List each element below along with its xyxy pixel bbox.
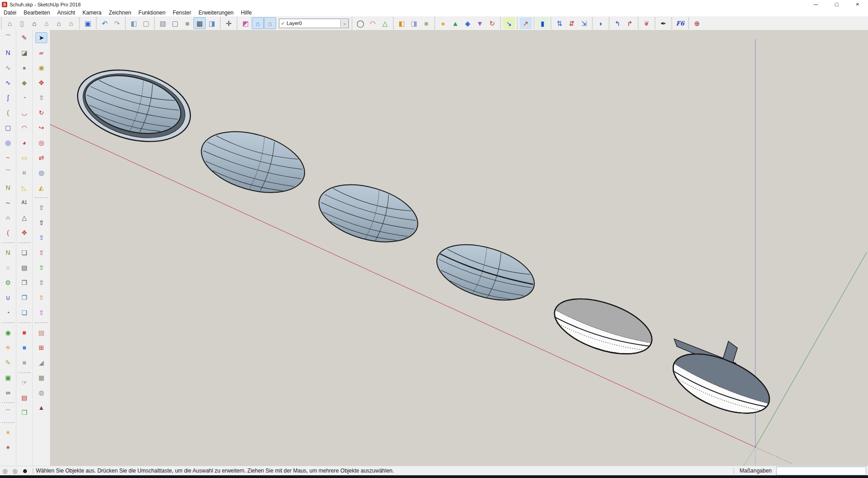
menu-erweiterungen[interactable]: Erweiterungen bbox=[195, 9, 237, 16]
fan-surface-tool[interactable]: ◢ bbox=[35, 357, 47, 368]
push-magenta-tool[interactable]: ⇧ bbox=[35, 307, 47, 318]
cube-blue-tool[interactable]: ■ bbox=[19, 342, 30, 353]
polyline-tool[interactable]: N bbox=[2, 47, 14, 58]
stamp-pink-icon[interactable]: ❦ bbox=[640, 17, 653, 29]
texture-roll-tool[interactable]: ▤ bbox=[35, 327, 47, 338]
polygon-tool[interactable]: ◆ bbox=[19, 77, 30, 88]
user-account-icon[interactable]: ☻ bbox=[20, 467, 30, 474]
shoe-sole-step5-halved[interactable] bbox=[547, 288, 659, 365]
wave-curve-tool[interactable]: ∿ bbox=[2, 77, 14, 88]
menu-zeichnen[interactable]: Zeichnen bbox=[105, 9, 134, 16]
fog-toggle-icon[interactable]: ⌂ bbox=[264, 17, 276, 29]
soften-box-tan-icon[interactable]: ■ bbox=[420, 17, 432, 29]
save-icon[interactable]: ▣ bbox=[82, 17, 94, 29]
menu-kamera[interactable]: Kamera bbox=[79, 9, 105, 16]
s-curve-tool[interactable]: ʃ bbox=[2, 92, 14, 103]
protractor-tool[interactable]: ◺ bbox=[19, 182, 30, 193]
axes-tool[interactable]: ✥ bbox=[19, 227, 30, 238]
arc-segment-green-tool[interactable]: ( bbox=[2, 107, 14, 118]
shoe-sole-step1-flanged[interactable] bbox=[69, 59, 198, 153]
drop-to-ground-icon[interactable]: ⇲ bbox=[578, 17, 590, 29]
rotate-left-hook-icon[interactable]: ↰ bbox=[611, 17, 624, 29]
style-script-pen-icon[interactable]: ✒ bbox=[657, 17, 670, 29]
arc-3pt-tool[interactable]: ◠ bbox=[19, 122, 30, 133]
layers-panel-tool[interactable]: ▤ bbox=[19, 262, 30, 273]
ext-ribbon-icon[interactable]: ▮ bbox=[536, 17, 549, 29]
freehand-sketch-tool[interactable]: ∿ bbox=[2, 62, 14, 73]
pencil-line-tool[interactable]: ✎ bbox=[19, 32, 30, 43]
pie-tool[interactable]: ◔ bbox=[19, 92, 30, 103]
ext-pull-face-icon[interactable]: ↗ bbox=[520, 17, 532, 29]
menu-hilfe[interactable]: Hilfe bbox=[237, 9, 255, 16]
section-plane-icon[interactable]: ◩ bbox=[239, 17, 252, 29]
solid-gem-purple-icon[interactable]: ▼ bbox=[474, 17, 486, 29]
push-brown-2-tool[interactable]: ⇧ bbox=[35, 277, 47, 288]
soften-box-orange-icon[interactable]: ◧ bbox=[396, 17, 408, 29]
box-outline-icon[interactable]: ▢ bbox=[140, 17, 152, 29]
shoe-sole-step2-dome[interactable] bbox=[194, 121, 312, 204]
shadows-toggle-icon[interactable]: ⌂ bbox=[252, 17, 264, 29]
solid-swirl-red-icon[interactable]: ↻ bbox=[486, 17, 498, 29]
zigzag-olive-tool[interactable]: N bbox=[2, 182, 14, 193]
hand-pick-tool[interactable]: ☞ bbox=[19, 377, 30, 388]
push-red-tool[interactable]: ⇧ bbox=[35, 247, 47, 258]
pyramid-tool[interactable]: ▲ bbox=[35, 402, 47, 413]
push-orange-tool[interactable]: ⇧ bbox=[35, 292, 47, 303]
menu-datei[interactable]: Datei bbox=[0, 9, 20, 16]
zoom-selection-tool[interactable]: ◎ bbox=[35, 167, 47, 178]
quarter-arc-red-tool[interactable]: ( bbox=[2, 227, 14, 238]
push-black-tool[interactable]: ⇧ bbox=[35, 217, 47, 228]
sphere-wire-icon[interactable]: ◯ bbox=[354, 17, 367, 29]
eraser-tool[interactable]: ▰ bbox=[35, 47, 47, 58]
maximize-button[interactable]: ▢ bbox=[826, 0, 847, 9]
mirror-tool[interactable]: ◭ bbox=[35, 182, 47, 193]
circle-tool[interactable]: ● bbox=[19, 62, 30, 73]
squiggle-purple-tool[interactable]: ∼ bbox=[2, 197, 14, 208]
wrench-settings-tool[interactable]: ⚙ bbox=[2, 277, 14, 288]
rectangle-tool[interactable]: ◪ bbox=[19, 47, 30, 58]
select-tool[interactable]: ➤ bbox=[35, 32, 47, 43]
dome-arc-icon[interactable]: ◠ bbox=[367, 17, 379, 29]
shoe-sole-step4-flattened[interactable] bbox=[430, 234, 541, 310]
rotate-tool[interactable]: ↻ bbox=[35, 107, 47, 118]
solid-tree-icon[interactable]: ▲ bbox=[449, 17, 461, 29]
wireframe-style-icon[interactable]: ▢ bbox=[169, 17, 181, 29]
component-explode-tool[interactable]: ❐ bbox=[19, 277, 30, 288]
geolocation-icon[interactable]: ◎ bbox=[0, 468, 10, 474]
standard-views-compass-icon[interactable]: ✛ bbox=[223, 17, 235, 29]
dimension-tool[interactable]: ⌗ bbox=[19, 167, 30, 178]
rotate-right-hook-icon[interactable]: ↱ bbox=[624, 17, 636, 29]
back-edges-style-icon[interactable]: ▧ bbox=[157, 17, 169, 29]
rounded-rectangle-tool[interactable]: ▢ bbox=[2, 122, 14, 133]
scale-rotate-tool[interactable]: ⇄ bbox=[35, 152, 47, 163]
no-snap-s-tool[interactable]: ✶ bbox=[2, 442, 14, 453]
push-green-tool[interactable]: ⇧ bbox=[35, 262, 47, 273]
textured-box-tool[interactable]: ▦ bbox=[35, 372, 47, 383]
ext-push-face-icon[interactable]: ↘ bbox=[503, 17, 515, 29]
shoe-sole-step6-finned[interactable] bbox=[656, 321, 785, 425]
zigzag-tool-2[interactable]: N bbox=[2, 247, 14, 258]
shaded-style-icon[interactable]: ■ bbox=[181, 17, 193, 29]
paint-bucket-tool[interactable]: ◉ bbox=[35, 62, 47, 73]
component-blue-2-tool[interactable]: ❏ bbox=[19, 307, 30, 318]
move-up-down-blue-icon[interactable]: ⇅ bbox=[553, 17, 565, 29]
outline-view-icon[interactable]: ⌂ bbox=[53, 17, 65, 29]
undo-icon[interactable]: ↶ bbox=[99, 17, 111, 29]
move-up-down-red-icon[interactable]: ⇵ bbox=[565, 17, 578, 29]
follow-me-tool[interactable]: ↪ bbox=[35, 122, 47, 133]
push-brown-tool[interactable]: ⇧ bbox=[35, 202, 47, 213]
loop-curve-tool[interactable]: ∪ bbox=[2, 292, 14, 303]
menu-ansicht[interactable]: Ansicht bbox=[54, 9, 79, 16]
front-view-icon[interactable]: ⌂ bbox=[28, 17, 40, 29]
report-export-tool[interactable]: ▤ bbox=[19, 392, 30, 403]
power-plugin-tool[interactable]: ◉ bbox=[2, 327, 14, 338]
minimize-button[interactable]: — bbox=[805, 0, 826, 9]
component-group-tool[interactable]: ❏ bbox=[19, 247, 30, 258]
arc-red-blue-tool[interactable]: ⌒ bbox=[2, 167, 14, 178]
bridge-curve-tool[interactable]: ⌒ bbox=[2, 407, 14, 418]
arc-pie-tool[interactable]: ◕ bbox=[19, 137, 30, 148]
soften-box-lavender-icon[interactable]: ◨ bbox=[408, 17, 420, 29]
model-viewport[interactable] bbox=[50, 30, 868, 466]
layer-dropdown[interactable]: ✓ Layer0 ⌄ bbox=[279, 19, 349, 28]
side-view-icon[interactable]: ⌂ bbox=[65, 17, 77, 29]
